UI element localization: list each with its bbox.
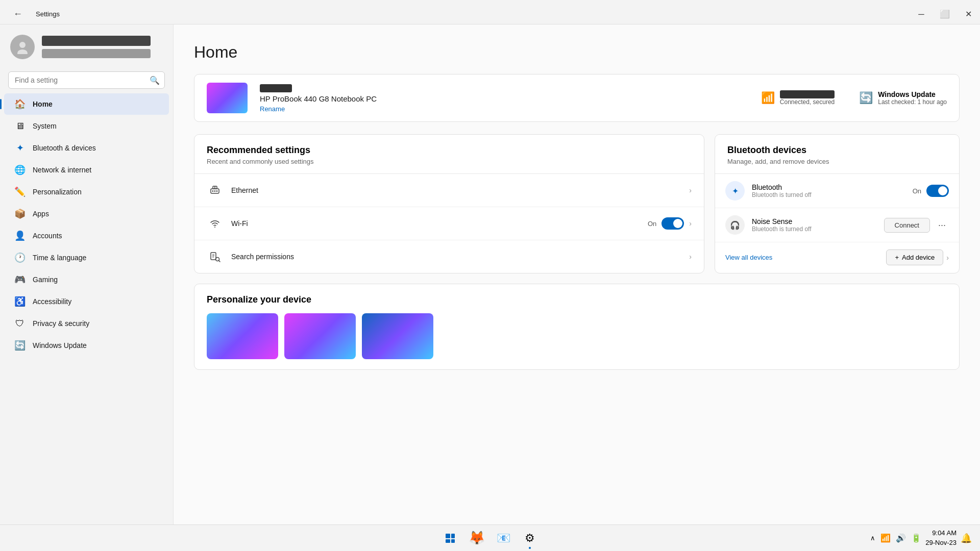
sidebar-item-label-home: Home: [33, 100, 53, 108]
windows-update-icon: 🔄: [859, 91, 873, 105]
accessibility-icon: ♿: [14, 296, 26, 307]
bluetooth-panel-subtitle: Manage, add, and remove devices: [727, 158, 947, 165]
update-status-card: 🔄 Windows Update Last checked: 1 hour ag…: [859, 90, 947, 106]
sidebar-item-update[interactable]: 🔄 Windows Update: [4, 335, 169, 356]
wallpaper-thumb-1[interactable]: [207, 313, 278, 359]
add-device-plus-icon: +: [895, 254, 899, 261]
settings-taskbar-icon[interactable]: ⚙: [518, 526, 542, 550]
device-info: HP ProBook 440 G8 Notebook PC Rename: [260, 83, 749, 113]
maximize-button[interactable]: ⬜: [933, 6, 957, 22]
personalization-icon: ✏️: [14, 186, 26, 197]
close-button[interactable]: ✕: [957, 6, 980, 22]
user-info: [42, 36, 151, 58]
panels-row: Recommended settings Recent and commonly…: [194, 134, 960, 273]
window-controls: ─ ⬜ ✕: [910, 6, 980, 22]
wifi-chevron-icon: ›: [689, 219, 692, 228]
device-model: HP ProBook 440 G8 Notebook PC: [260, 94, 749, 103]
wallpaper-row: [207, 313, 947, 359]
noise-sense-info: Noise Sense Bluetooth is turned off: [752, 217, 877, 233]
sidebar-item-label-bluetooth: Bluetooth & devices: [33, 144, 96, 152]
wifi-toggle[interactable]: [662, 217, 684, 230]
noise-sense-row[interactable]: 🎧 Noise Sense Bluetooth is turned off Co…: [715, 208, 959, 242]
taskbar-right: ∧ 📶 🔊 🔋 9:04 AM 29-Nov-23 🔔: [870, 529, 972, 547]
avatar: [10, 35, 35, 59]
sidebar-item-personalization[interactable]: ✏️ Personalization: [4, 181, 169, 203]
rename-link[interactable]: Rename: [260, 105, 285, 113]
connect-button[interactable]: Connect: [884, 218, 930, 233]
app-title: Settings: [36, 10, 60, 18]
bluetooth-toggle-row[interactable]: ✦ Bluetooth Bluetooth is turned off On: [715, 174, 959, 208]
sidebar-item-label-system: System: [33, 122, 57, 130]
clock[interactable]: 9:04 AM 29-Nov-23: [925, 529, 957, 547]
search-permissions-row[interactable]: Search permissions ›: [194, 240, 704, 273]
device-thumbnail: [207, 83, 248, 113]
sidebar-item-privacy[interactable]: 🛡 Privacy & security: [4, 313, 169, 334]
sidebar-item-label-time: Time & language: [33, 254, 86, 262]
wifi-status-text: Connected, secured: [780, 98, 835, 106]
svg-rect-6: [214, 190, 215, 192]
sidebar-item-system[interactable]: 🖥 System: [4, 115, 169, 137]
bluetooth-on-label: On: [913, 187, 921, 195]
network-icon: 🌐: [14, 164, 26, 176]
wallpaper-thumb-2[interactable]: [284, 313, 356, 359]
firefox-taskbar-icon[interactable]: 🦊: [464, 526, 489, 550]
wifi-row-label: Wi-Fi: [231, 219, 640, 228]
svg-point-0: [19, 42, 26, 48]
wallpaper-thumb-3[interactable]: [362, 313, 433, 359]
recommended-title: Recommended settings: [207, 145, 692, 156]
start-button[interactable]: [438, 526, 462, 550]
sidebar-item-apps[interactable]: 📦 Apps: [4, 203, 169, 224]
sidebar-item-gaming[interactable]: 🎮 Gaming: [4, 269, 169, 290]
bluetooth-main-icon: ✦: [725, 181, 745, 201]
bluetooth-header: Bluetooth devices Manage, add, and remov…: [715, 135, 959, 173]
bluetooth-toggle-right: On: [913, 185, 949, 197]
sidebar-item-time[interactable]: 🕐 Time & language: [4, 247, 169, 268]
sidebar-item-home[interactable]: 🏠 Home: [4, 93, 169, 115]
mail-taskbar-icon[interactable]: 📧: [491, 526, 516, 550]
sidebar-item-label-privacy: Privacy & security: [33, 319, 89, 328]
ethernet-chevron-icon: ›: [689, 186, 692, 194]
noise-sense-sub: Bluetooth is turned off: [752, 226, 877, 233]
tray-battery-icon[interactable]: 🔋: [911, 533, 921, 543]
titlebar: ← Settings ─ ⬜ ✕: [0, 0, 980, 24]
search-row-right: ›: [689, 253, 692, 261]
tray-volume-icon[interactable]: 🔊: [896, 533, 906, 543]
back-button[interactable]: ←: [6, 6, 30, 22]
sidebar-item-label-network: Network & internet: [33, 166, 91, 174]
ethernet-row[interactable]: Ethernet ›: [194, 174, 704, 207]
update-title: Windows Update: [878, 90, 947, 98]
accounts-icon: 👤: [14, 230, 26, 241]
notification-bell-icon[interactable]: 🔔: [961, 533, 972, 544]
minimize-button[interactable]: ─: [910, 6, 933, 22]
bluetooth-toggle[interactable]: [926, 185, 949, 197]
tray-chevron-icon[interactable]: ∧: [870, 534, 875, 542]
sidebar-item-bluetooth[interactable]: ✦ Bluetooth & devices: [4, 137, 169, 159]
search-input[interactable]: [8, 71, 165, 89]
device-name-redacted: [260, 84, 292, 92]
system-tray: ∧ 📶 🔊 🔋: [870, 533, 921, 543]
recommended-header: Recommended settings Recent and commonly…: [194, 135, 704, 173]
sidebar-item-label-gaming: Gaming: [33, 276, 58, 284]
bluetooth-main-name: Bluetooth: [752, 183, 905, 191]
bluetooth-icon: ✦: [14, 142, 26, 154]
view-all-link[interactable]: View all devices: [725, 254, 772, 261]
tray-wifi-icon[interactable]: 📶: [880, 533, 891, 543]
time-icon: 🕐: [14, 252, 26, 263]
sidebar-item-accessibility[interactable]: ♿ Accessibility: [4, 291, 169, 312]
noise-sense-name: Noise Sense: [752, 217, 877, 226]
ellipsis-button[interactable]: ···: [935, 218, 949, 233]
wifi-row-icon: [207, 215, 223, 232]
search-permissions-label: Search permissions: [231, 253, 681, 261]
user-email: [42, 49, 151, 58]
sidebar-item-accounts[interactable]: 👤 Accounts: [4, 225, 169, 246]
bluetooth-main-info: Bluetooth Bluetooth is turned off: [752, 183, 905, 198]
wifi-row-right: On ›: [648, 217, 692, 230]
ethernet-icon: [207, 182, 223, 198]
noise-sense-right: Connect ···: [884, 218, 949, 233]
add-device-button[interactable]: + Add device: [886, 249, 943, 265]
svg-point-8: [214, 227, 215, 228]
sidebar-item-network[interactable]: 🌐 Network & internet: [4, 159, 169, 181]
sidebar-user: [0, 24, 173, 67]
noise-sense-icon: 🎧: [725, 215, 745, 235]
wifi-row[interactable]: Wi-Fi On ›: [194, 207, 704, 240]
